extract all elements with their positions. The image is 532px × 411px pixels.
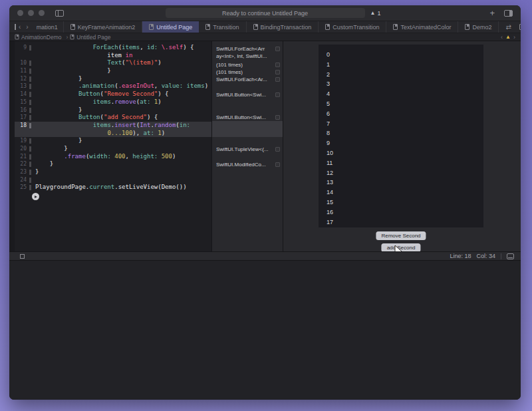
code-text: } — [31, 145, 68, 153]
traffic-lights — [17, 10, 45, 16]
list-item: 7 — [327, 119, 483, 129]
tab-transition[interactable]: Transition — [199, 21, 246, 33]
code-line[interactable]: 10 Text("\(item)") — [15, 59, 211, 67]
line-number: 19 — [15, 137, 28, 145]
code-text: Button("Remove Second") { — [31, 90, 169, 98]
tabbar-right-controls: ⇄ — [499, 21, 521, 33]
forward-chevron-icon[interactable]: › — [23, 23, 31, 31]
playground-page-icon — [253, 24, 258, 30]
tab-demo2[interactable]: Demo2 — [458, 21, 499, 33]
list-item: 9 — [327, 138, 483, 148]
tab-untitled-page[interactable]: Untitled Page — [142, 21, 199, 33]
result-text: SwiftUI.ForEach<Ar... — [216, 76, 274, 82]
result-text: SwiftUI.ForEach<Arr — [216, 46, 274, 52]
tab-overflow[interactable]: mation1 — [31, 21, 64, 33]
code-text: } — [31, 67, 111, 75]
sidebar-toggle-icon[interactable] — [55, 10, 64, 17]
code-text: } — [31, 106, 82, 114]
code-line[interactable]: 12 } — [15, 75, 211, 83]
line-number: 9 — [15, 44, 28, 52]
result-text: SwiftUI.Button<Swi... — [216, 92, 274, 98]
statusbar-divider — [501, 253, 501, 259]
list-item: 4 — [327, 89, 483, 99]
breadcrumb-project[interactable]: AnimationDemo — [15, 34, 61, 41]
issue-badge[interactable]: ▲ 1 — [370, 10, 381, 17]
tab-label: Untitled Page — [156, 24, 192, 31]
tab-overview-icon[interactable] — [15, 24, 16, 30]
line-number: 21 — [15, 153, 28, 161]
tab-strip: KeyFrameAnimation2Untitled PageTransitio… — [64, 21, 499, 33]
show-result-icon[interactable] — [275, 147, 280, 152]
add-editor-icon[interactable]: + — [489, 10, 495, 17]
desktop-background: Ready to continue Untitled Page ▲ 1 + ‹ … — [0, 0, 532, 411]
code-line[interactable]: 9 ForEach(items, id: \.self) { — [15, 44, 211, 52]
tab-label: TextAnimatedColor — [400, 24, 451, 31]
tab-bindingtransaction[interactable]: BindingTransaction — [247, 21, 319, 33]
list-item: 6 — [327, 109, 483, 119]
list-item: 15 — [327, 198, 483, 207]
code-line[interactable]: 16 } — [15, 106, 211, 114]
stop-execution-icon[interactable] — [20, 254, 25, 259]
show-result-icon[interactable] — [275, 92, 280, 97]
breadcrumb-page[interactable]: Untitled Page — [70, 34, 110, 41]
run-playground-button[interactable] — [32, 193, 39, 200]
result-text: (101 times) — [216, 69, 274, 75]
code-line[interactable]: 13 .animation(.easeInOut, value: items) — [15, 82, 211, 90]
activity-viewer: Ready to continue Untitled Page — [166, 8, 365, 18]
show-result-icon[interactable] — [275, 77, 280, 82]
code-line[interactable]: 22 } — [15, 160, 211, 168]
zoom-window-button[interactable] — [39, 10, 45, 16]
tab-textanimatedcolor[interactable]: TextAnimatedColor — [386, 21, 458, 33]
close-window-button[interactable] — [17, 10, 23, 16]
show-result-icon[interactable] — [275, 115, 280, 120]
previous-issue-icon[interactable]: ‹ — [501, 34, 503, 41]
inspector-toggle-icon[interactable] — [504, 10, 513, 17]
code-line[interactable]: 17 Button("add Second") { — [15, 114, 211, 122]
show-result-icon[interactable] — [275, 47, 280, 51]
minimize-window-button[interactable] — [28, 10, 34, 16]
result-row: SwiftUI.Button<Swi... — [216, 91, 280, 98]
code-line[interactable]: 19 } — [15, 137, 211, 145]
playground-doc-icon — [15, 35, 19, 40]
tab-label: Demo2 — [472, 24, 491, 31]
col-indicator: Col: 34 — [476, 253, 495, 259]
warning-icon: ▲ — [370, 10, 376, 16]
show-result-icon[interactable] — [275, 162, 280, 167]
swap-editors-icon[interactable]: ⇄ — [505, 23, 511, 31]
line-number: 16 — [15, 106, 28, 114]
code-text: Button("add Second") { — [31, 114, 158, 122]
breadcrumb-page-label: Untitled Page — [76, 34, 110, 41]
remove-second-button[interactable]: Remove Second — [376, 231, 426, 240]
tab-customtransition[interactable]: CustomTransition — [319, 21, 386, 33]
code-text: } — [31, 75, 82, 83]
editor-options-icon[interactable] — [519, 24, 521, 30]
code-line[interactable]: 14 Button("Remove Second") { — [15, 90, 211, 98]
breadcrumb-project-label: AnimationDemo — [21, 34, 61, 41]
code-line[interactable]: 15 items.remove(at: 1) — [15, 98, 211, 106]
code-line[interactable]: item in — [15, 52, 211, 60]
line-number: 24 — [15, 176, 28, 184]
back-chevron-icon[interactable]: ‹ — [16, 23, 23, 31]
list-item: 16 — [327, 207, 483, 217]
code-line[interactable]: 0...100), at: 1) — [15, 130, 211, 138]
code-line[interactable]: 25PlaygroundPage.current.setLiveView(Dem… — [15, 184, 211, 192]
line-number: 20 — [15, 145, 28, 153]
code-line[interactable]: 21 .frame(width: 400, height: 500) — [15, 153, 211, 161]
tab-keyframeanimation2[interactable]: KeyFrameAnimation2 — [64, 21, 143, 33]
list-item: 11 — [327, 158, 483, 168]
show-result-icon[interactable] — [275, 63, 280, 67]
source-editor[interactable]: 9 ForEach(items, id: \.self) { item in10… — [15, 41, 211, 251]
code-line[interactable]: 24 — [15, 176, 211, 184]
code-line[interactable]: 20 } — [15, 145, 211, 153]
next-issue-icon[interactable]: › — [513, 34, 515, 41]
code-line[interactable]: 11 } — [15, 67, 211, 75]
console-toggle-icon[interactable] — [507, 253, 514, 259]
result-text: (101 times) — [216, 62, 274, 68]
code-text: } — [31, 160, 53, 168]
code-text: PlaygroundPage.current.setLiveView(Demo(… — [31, 184, 187, 192]
show-result-icon[interactable] — [275, 70, 280, 74]
code-line[interactable]: 18 items.insert(Int.random(in: — [15, 122, 211, 130]
code-line[interactable]: 23} — [15, 168, 211, 176]
playground-page-icon — [325, 24, 330, 30]
jump-bar: AnimationDemo › Untitled Page ‹ ▲ › — [9, 33, 521, 41]
